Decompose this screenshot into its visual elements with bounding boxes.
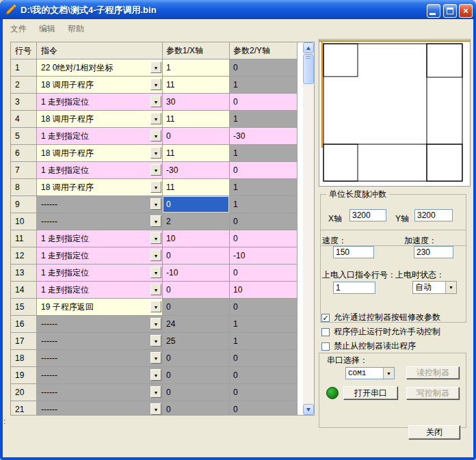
param1-cell[interactable]: 0 bbox=[163, 196, 230, 213]
speed-input[interactable]: 150 bbox=[333, 246, 374, 258]
row-number-cell[interactable]: 13 bbox=[11, 265, 37, 282]
instruction-cell[interactable]: ------▼ bbox=[37, 367, 163, 384]
param1-cell[interactable]: 0 bbox=[163, 282, 230, 299]
param2-cell[interactable]: 0 bbox=[230, 299, 298, 316]
instruction-cell[interactable]: ------▼ bbox=[37, 350, 163, 367]
title-bar[interactable]: D:\我的文档\测式4-子程序调用.bin × bbox=[0, 0, 476, 19]
param2-cell[interactable]: 0 bbox=[230, 401, 298, 416]
instruction-dropdown-button[interactable]: ▼ bbox=[150, 164, 161, 176]
x-pulse-input[interactable]: 3200 bbox=[349, 209, 386, 221]
instruction-dropdown-button[interactable]: ▼ bbox=[150, 403, 161, 415]
menu-edit[interactable]: 编辑 bbox=[33, 21, 62, 35]
instruction-dropdown-button[interactable]: ▼ bbox=[150, 79, 161, 90]
row-number-cell[interactable]: 10 bbox=[11, 213, 37, 230]
scroll-up-icon[interactable] bbox=[303, 42, 314, 53]
instruction-dropdown-button[interactable]: ▼ bbox=[150, 113, 161, 124]
row-number-cell[interactable]: 21 bbox=[11, 401, 37, 416]
param1-cell[interactable]: 0 bbox=[163, 247, 230, 265]
chevron-down-icon[interactable]: ▼ bbox=[445, 282, 456, 293]
instruction-dropdown-button[interactable]: ▼ bbox=[150, 352, 161, 364]
param2-cell[interactable]: 0 bbox=[230, 162, 298, 179]
param1-cell[interactable]: 24 bbox=[163, 316, 230, 333]
row-number-cell[interactable]: 1 bbox=[11, 59, 37, 77]
param1-cell[interactable]: 2 bbox=[163, 213, 230, 230]
row-number-cell[interactable]: 6 bbox=[11, 145, 37, 162]
param1-cell[interactable]: 10 bbox=[163, 230, 230, 247]
read-controller-button[interactable]: 读控制器 bbox=[406, 366, 460, 379]
power-state-select[interactable]: 自动 ▼ bbox=[412, 281, 457, 294]
instruction-dropdown-button[interactable]: ▼ bbox=[150, 62, 161, 73]
param2-cell[interactable]: 10 bbox=[230, 282, 298, 299]
open-serial-button[interactable]: 打开串口 bbox=[343, 386, 398, 400]
instruction-cell[interactable]: 19 子程序返回▼ bbox=[37, 299, 163, 316]
row-number-cell[interactable]: 15 bbox=[11, 299, 37, 316]
row-number-cell[interactable]: 20 bbox=[11, 384, 37, 401]
instruction-cell[interactable]: 22 0绝对/1相对坐标▼ bbox=[37, 59, 163, 77]
param2-cell[interactable]: 0 bbox=[230, 59, 298, 77]
close-button[interactable]: × bbox=[459, 4, 473, 18]
param2-cell[interactable]: 0 bbox=[230, 230, 298, 247]
param2-cell[interactable]: 1 bbox=[230, 316, 298, 333]
row-number-cell[interactable]: 3 bbox=[11, 94, 37, 111]
checkbox[interactable]: ✓ bbox=[321, 314, 330, 322]
param2-cell[interactable]: 1 bbox=[230, 77, 298, 94]
row-number-cell[interactable]: 2 bbox=[11, 77, 37, 94]
menu-file[interactable]: 文件 bbox=[4, 21, 33, 35]
instruction-dropdown-button[interactable]: ▼ bbox=[150, 96, 161, 107]
instruction-dropdown-button[interactable]: ▼ bbox=[150, 198, 161, 210]
row-number-cell[interactable]: 7 bbox=[11, 162, 37, 179]
instruction-cell[interactable]: ------▼ bbox=[37, 333, 163, 350]
param2-cell[interactable]: -30 bbox=[230, 128, 298, 145]
com-port-select[interactable]: COM1 ▼ bbox=[345, 367, 395, 379]
row-number-cell[interactable]: 19 bbox=[11, 367, 37, 384]
instruction-cell[interactable]: 1 走到指定位▼ bbox=[37, 162, 163, 179]
instruction-cell[interactable]: 18 调用子程序▼ bbox=[37, 179, 163, 196]
instruction-cell[interactable]: ------▼ bbox=[37, 384, 163, 401]
instruction-cell[interactable]: ------▼ bbox=[37, 401, 163, 416]
instruction-dropdown-button[interactable]: ▼ bbox=[150, 181, 161, 193]
param1-cell[interactable]: -30 bbox=[163, 162, 230, 179]
scroll-down-icon[interactable] bbox=[303, 404, 314, 415]
param1-cell[interactable]: 0 bbox=[163, 384, 230, 401]
minimize-button[interactable] bbox=[427, 4, 440, 18]
param2-cell[interactable]: 0 bbox=[230, 213, 298, 230]
row-number-cell[interactable]: 14 bbox=[11, 282, 37, 299]
param1-cell[interactable]: 0 bbox=[163, 299, 230, 316]
instruction-dropdown-button[interactable]: ▼ bbox=[150, 232, 161, 244]
row-number-cell[interactable]: 11 bbox=[11, 230, 37, 247]
row-number-cell[interactable]: 17 bbox=[11, 333, 37, 350]
y-pulse-input[interactable]: 3200 bbox=[414, 209, 453, 221]
param1-cell[interactable]: 0 bbox=[163, 128, 230, 145]
instruction-cell[interactable]: 1 走到指定位▼ bbox=[37, 265, 163, 282]
param1-cell[interactable]: -10 bbox=[163, 265, 230, 282]
param1-cell[interactable]: 0 bbox=[163, 367, 230, 384]
instruction-cell[interactable]: 18 调用子程序▼ bbox=[37, 77, 163, 94]
instruction-cell[interactable]: 1 走到指定位▼ bbox=[37, 128, 163, 145]
row-number-cell[interactable]: 8 bbox=[11, 179, 37, 196]
instruction-dropdown-button[interactable]: ▼ bbox=[150, 249, 161, 261]
instruction-cell[interactable]: 1 走到指定位▼ bbox=[37, 282, 163, 299]
instruction-dropdown-button[interactable]: ▼ bbox=[150, 335, 161, 347]
row-number-cell[interactable]: 9 bbox=[11, 196, 37, 213]
instruction-dropdown-button[interactable]: ▼ bbox=[150, 369, 161, 381]
param1-cell[interactable]: 11 bbox=[163, 111, 230, 128]
row-number-cell[interactable]: 12 bbox=[11, 247, 37, 265]
table-scrollbar[interactable] bbox=[303, 42, 314, 415]
param2-cell[interactable]: 0 bbox=[230, 367, 298, 384]
param1-cell[interactable]: 11 bbox=[163, 179, 230, 196]
param2-cell[interactable]: -10 bbox=[230, 247, 298, 265]
param1-cell[interactable]: 30 bbox=[163, 94, 230, 111]
checkbox[interactable] bbox=[321, 342, 330, 351]
row-number-cell[interactable]: 16 bbox=[11, 316, 37, 333]
instruction-cell[interactable]: 1 走到指定位▼ bbox=[37, 94, 163, 111]
param1-cell[interactable]: 11 bbox=[163, 77, 230, 94]
param2-cell[interactable]: 1 bbox=[230, 111, 298, 128]
instruction-dropdown-button[interactable]: ▼ bbox=[150, 301, 161, 312]
param1-cell[interactable]: 25 bbox=[163, 333, 230, 350]
instruction-cell[interactable]: ------▼ bbox=[37, 316, 163, 333]
instruction-dropdown-button[interactable]: ▼ bbox=[150, 318, 161, 329]
write-controller-button[interactable]: 写控制器 bbox=[406, 387, 460, 400]
instruction-dropdown-button[interactable]: ▼ bbox=[150, 267, 161, 278]
param2-cell[interactable]: 1 bbox=[230, 179, 298, 196]
instruction-cell[interactable]: 18 调用子程序▼ bbox=[37, 145, 163, 162]
